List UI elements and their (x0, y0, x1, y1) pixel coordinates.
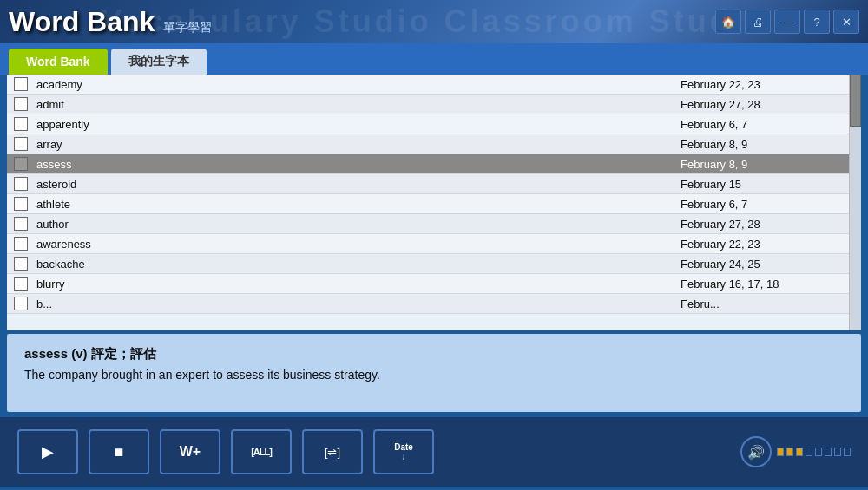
table-row[interactable]: admitFebruary 27, 28 (7, 95, 861, 114)
minimize-icon[interactable]: — (774, 10, 800, 34)
word-checkbox[interactable] (14, 277, 28, 291)
word-date: February 24, 25 (681, 258, 854, 271)
tab-my-words[interactable]: 我的生字本 (111, 49, 207, 75)
word-checkbox[interactable] (14, 217, 28, 231)
word-text: awareness (36, 238, 681, 251)
bottom-toolbar: ▶ ■ W+ [ALL] [⇌] Date↓ 🔊 (0, 417, 868, 487)
word-text: author (36, 218, 681, 231)
header-icons-group: 🏠 🖨 — ? ✕ (715, 10, 859, 34)
table-row[interactable]: athleteFebruary 6, 7 (7, 194, 861, 214)
table-row[interactable]: apparentlyFebruary 6, 7 (7, 114, 861, 134)
app-subtitle: 單字學習 (163, 20, 212, 36)
word-date: February 22, 23 (681, 238, 854, 251)
word-checkbox[interactable] (14, 197, 28, 211)
word-date: February 8, 9 (681, 158, 854, 171)
word-checkbox[interactable] (14, 157, 28, 171)
select-all-button[interactable]: [ALL] (231, 429, 292, 474)
word-date: February 22, 23 (681, 78, 854, 91)
volume-segment-2 (796, 448, 803, 456)
tabs-bar: Word Bank 我的生字本 (0, 43, 868, 75)
word-date: February 6, 7 (681, 198, 854, 211)
word-text: admit (36, 98, 681, 111)
volume-segment-5 (825, 448, 832, 456)
table-row[interactable]: backacheFebruary 24, 25 (7, 254, 861, 274)
volume-icon[interactable]: 🔊 (740, 436, 772, 467)
word-checkbox[interactable] (14, 97, 28, 111)
stop-button[interactable]: ■ (89, 429, 149, 474)
word-date: February 27, 28 (681, 98, 854, 111)
volume-segment-0 (777, 448, 784, 456)
volume-area: 🔊 (740, 436, 851, 467)
table-row[interactable]: blurryFebruary 16, 17, 18 (7, 274, 861, 294)
word-text: b... (36, 297, 681, 310)
scrollbar-thumb[interactable] (850, 75, 861, 127)
word-text: blurry (36, 278, 681, 291)
word-date: February 6, 7 (681, 118, 854, 131)
header-title-group: Word Bank 單字學習 (9, 6, 212, 38)
word-date: Febru... (681, 297, 854, 310)
word-checkbox[interactable] (14, 177, 28, 191)
word-text: backache (36, 258, 681, 271)
app-header: Vocabulary Studio Classroom Studio Word … (0, 0, 868, 43)
volume-segment-7 (844, 448, 851, 456)
volume-bar (777, 448, 851, 456)
sort-date-button[interactable]: Date↓ (373, 429, 434, 474)
word-text: array (36, 138, 681, 151)
definition-area: assess (v) 評定；評估 The company brought in … (7, 334, 861, 412)
table-row[interactable]: assessFebruary 8, 9 (7, 154, 861, 174)
word-text: apparently (36, 118, 681, 131)
app-title: Word Bank (9, 6, 155, 38)
table-row[interactable]: awarenessFebruary 22, 23 (7, 234, 861, 254)
table-row[interactable]: asteroidFebruary 15 (7, 174, 861, 194)
word-text: athlete (36, 198, 681, 211)
volume-segment-1 (786, 448, 793, 456)
volume-segment-6 (834, 448, 841, 456)
word-checkbox[interactable] (14, 297, 28, 310)
table-row[interactable]: authorFebruary 27, 28 (7, 214, 861, 234)
word-text: assess (36, 158, 681, 171)
home-icon[interactable]: 🏠 (715, 10, 741, 34)
word-date: February 8, 9 (681, 138, 854, 151)
main-content-area: academyFebruary 22, 23admitFebruary 27, … (7, 75, 861, 330)
word-list: academyFebruary 22, 23admitFebruary 27, … (7, 75, 861, 330)
volume-segment-4 (815, 448, 822, 456)
word-checkbox[interactable] (14, 237, 28, 251)
word-date: February 27, 28 (681, 218, 854, 231)
close-icon[interactable]: ✕ (833, 10, 859, 34)
table-row[interactable]: arrayFebruary 8, 9 (7, 134, 861, 154)
definition-title: assess (v) 評定；評估 (24, 346, 844, 363)
volume-segment-3 (806, 448, 812, 456)
play-button[interactable]: ▶ (17, 429, 78, 474)
definition-sentence: The company brought in an expert to asse… (24, 368, 844, 382)
word-checkbox[interactable] (14, 117, 28, 131)
help-icon[interactable]: ? (804, 10, 830, 34)
tab-word-bank[interactable]: Word Bank (9, 49, 108, 75)
word-text: asteroid (36, 178, 681, 191)
word-checkbox[interactable] (14, 77, 28, 91)
word-date: February 15 (681, 178, 854, 191)
scrollbar-track[interactable] (849, 75, 861, 330)
word-checkbox[interactable] (14, 137, 28, 151)
print-icon[interactable]: 🖨 (745, 10, 771, 34)
add-word-button[interactable]: W+ (160, 429, 220, 474)
table-row[interactable]: academyFebruary 22, 23 (7, 75, 861, 95)
word-text: academy (36, 78, 681, 91)
table-row[interactable]: b...Febru... (7, 294, 861, 314)
word-date: February 16, 17, 18 (681, 278, 854, 291)
word-checkbox[interactable] (14, 257, 28, 271)
shuffle-button[interactable]: [⇌] (302, 429, 363, 474)
